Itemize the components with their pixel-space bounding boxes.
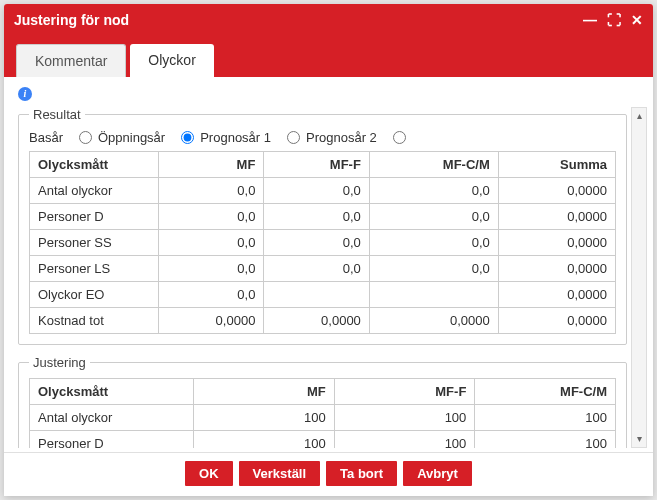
close-icon[interactable]: ✕ (631, 12, 643, 28)
cell-value: 0,0000 (158, 308, 263, 334)
radio-prognos2[interactable] (393, 131, 406, 144)
cell-value: 0,0 (369, 230, 498, 256)
cell-value: 0,0 (264, 230, 369, 256)
window-controls: — ⛶ ✕ (583, 12, 643, 28)
cell-value (264, 282, 369, 308)
cell-label: Antal olyckor (30, 405, 194, 431)
footer: OK Verkställ Ta bort Avbryt (4, 452, 653, 496)
justering-header-row: Olycksmått MF MF-F MF-C/M (30, 379, 616, 405)
dialog-window: Justering för nod — ⛶ ✕ Kommentar Olycko… (4, 4, 653, 496)
cell-label: Personer D (30, 431, 194, 449)
radio-prognos1[interactable] (287, 131, 300, 144)
minimize-icon[interactable]: — (583, 12, 597, 28)
table-row: Personer D 0,0 0,0 0,0 0,0000 (30, 204, 616, 230)
cell-value[interactable]: 100 (194, 405, 335, 431)
cell-label: Olyckor EO (30, 282, 159, 308)
col-mff: MF-F (334, 379, 475, 405)
col-mf: MF (158, 152, 263, 178)
cell-label: Kostnad tot (30, 308, 159, 334)
radio-oppningsar-label[interactable]: Öppningsår (98, 130, 165, 145)
year-radios: Basår Öppningsår Prognosår 1 Prognosår 2 (29, 130, 616, 145)
radio-prognos2-label[interactable]: Prognosår 2 (306, 130, 377, 145)
info-icon[interactable]: i (18, 87, 32, 101)
resultat-table: Olycksmått MF MF-F MF-C/M Summa Antal ol… (29, 151, 616, 334)
avbryt-button[interactable]: Avbryt (403, 461, 472, 486)
tabbar: Kommentar Olyckor (4, 36, 653, 77)
scroll-up-icon[interactable]: ▴ (632, 108, 646, 124)
scrollbar[interactable]: ▴ ▾ (631, 107, 647, 448)
table-row: Olyckor EO 0,0 0,0000 (30, 282, 616, 308)
resultat-legend: Resultat (29, 107, 85, 122)
cell-value: 0,0 (264, 256, 369, 282)
cell-value (369, 282, 498, 308)
cell-value[interactable]: 100 (475, 405, 616, 431)
table-row: Personer D 100 100 100 (30, 431, 616, 449)
scroll-down-icon[interactable]: ▾ (632, 431, 646, 447)
cell-value: 0,0 (158, 230, 263, 256)
titlebar[interactable]: Justering för nod — ⛶ ✕ (4, 4, 653, 36)
justering-legend: Justering (29, 355, 90, 370)
cell-value: 0,0 (369, 178, 498, 204)
cell-value: 0,0000 (498, 308, 615, 334)
maximize-icon[interactable]: ⛶ (607, 12, 621, 28)
radio-basar[interactable] (79, 131, 92, 144)
cell-value: 0,0000 (498, 230, 615, 256)
cell-label: Personer D (30, 204, 159, 230)
radio-basar-label[interactable]: Basår (29, 130, 63, 145)
window-title: Justering för nod (14, 12, 583, 28)
tab-kommentar[interactable]: Kommentar (16, 44, 126, 77)
cell-label: Antal olyckor (30, 178, 159, 204)
cell-label: Personer SS (30, 230, 159, 256)
col-mf: MF (194, 379, 335, 405)
cell-value: 0,0 (158, 204, 263, 230)
cell-value[interactable]: 100 (475, 431, 616, 449)
table-row: Personer LS 0,0 0,0 0,0 0,0000 (30, 256, 616, 282)
cell-value: 0,0000 (498, 256, 615, 282)
resultat-group: Resultat Basår Öppningsår Prognosår 1 Pr… (18, 107, 627, 345)
cell-value[interactable]: 100 (334, 431, 475, 449)
table-row: Antal olyckor 0,0 0,0 0,0 0,0000 (30, 178, 616, 204)
cell-value[interactable]: 100 (334, 405, 475, 431)
cell-value: 0,0 (158, 282, 263, 308)
cell-label: Personer LS (30, 256, 159, 282)
radio-prognos1-label[interactable]: Prognosår 1 (200, 130, 271, 145)
col-olycksmatt: Olycksmått (30, 379, 194, 405)
cell-value: 0,0 (369, 256, 498, 282)
ok-button[interactable]: OK (185, 461, 233, 486)
cell-value: 0,0000 (498, 204, 615, 230)
cell-value: 0,0 (158, 256, 263, 282)
cell-value: 0,0000 (264, 308, 369, 334)
justering-table: Olycksmått MF MF-F MF-C/M Antal olyckor … (29, 378, 616, 448)
table-row: Kostnad tot 0,0000 0,0000 0,0000 0,0000 (30, 308, 616, 334)
cell-value: 0,0 (369, 204, 498, 230)
col-olycksmatt: Olycksmått (30, 152, 159, 178)
tabort-button[interactable]: Ta bort (326, 461, 397, 486)
resultat-header-row: Olycksmått MF MF-F MF-C/M Summa (30, 152, 616, 178)
radio-oppningsar[interactable] (181, 131, 194, 144)
justering-group: Justering Olycksmått MF MF-F MF-C/M Anta… (18, 355, 627, 448)
table-row: Antal olyckor 100 100 100 (30, 405, 616, 431)
tab-olyckor[interactable]: Olyckor (130, 44, 213, 77)
cell-value: 0,0 (264, 178, 369, 204)
scroll-area: Resultat Basår Öppningsår Prognosår 1 Pr… (18, 107, 627, 448)
cell-value[interactable]: 100 (194, 431, 335, 449)
cell-value: 0,0000 (369, 308, 498, 334)
table-row: Personer SS 0,0 0,0 0,0 0,0000 (30, 230, 616, 256)
col-mff: MF-F (264, 152, 369, 178)
content-area: i ▴ ▾ Resultat Basår Öppningsår Prognoså… (4, 77, 653, 452)
col-summa: Summa (498, 152, 615, 178)
cell-value: 0,0 (264, 204, 369, 230)
col-mfcm: MF-C/M (369, 152, 498, 178)
verkstall-button[interactable]: Verkställ (239, 461, 321, 486)
cell-value: 0,0000 (498, 282, 615, 308)
cell-value: 0,0000 (498, 178, 615, 204)
cell-value: 0,0 (158, 178, 263, 204)
col-mfcm: MF-C/M (475, 379, 616, 405)
